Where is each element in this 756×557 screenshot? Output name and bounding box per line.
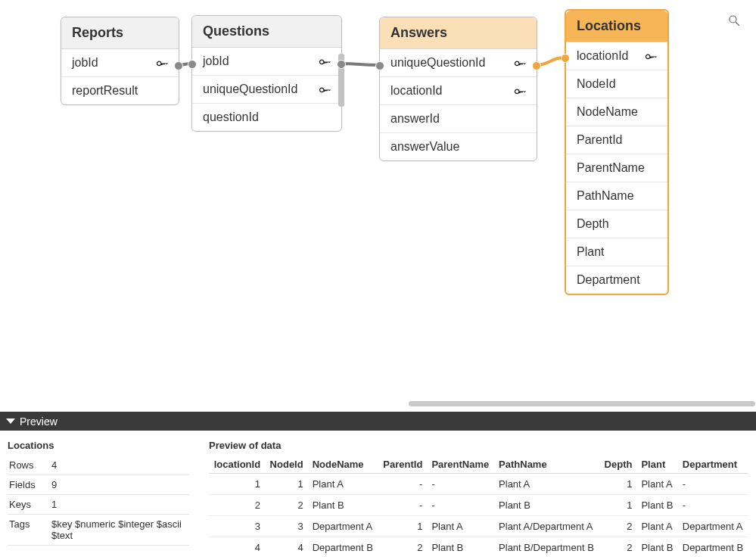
col-header[interactable]: Plant bbox=[636, 456, 677, 474]
key-icon bbox=[319, 83, 331, 95]
entity-field[interactable]: Depth bbox=[566, 210, 667, 238]
entity-field[interactable]: reportResult bbox=[61, 77, 179, 104]
entity-field[interactable]: answerValue bbox=[380, 133, 537, 160]
meta-key: Tags bbox=[9, 518, 51, 541]
entity-field[interactable]: locationId bbox=[566, 42, 667, 70]
meta-value: 1 bbox=[51, 499, 188, 510]
field-label: ParentName bbox=[577, 161, 657, 175]
horizontal-scrollbar-thumb[interactable] bbox=[409, 401, 755, 406]
table-cell: Department A bbox=[678, 516, 748, 537]
table-row[interactable]: 22Plant B--Plant B1Plant B- bbox=[209, 495, 748, 516]
meta-row-fields: Fields 9 bbox=[8, 475, 189, 495]
entity-field[interactable]: ParentId bbox=[566, 126, 667, 154]
field-label: Depth bbox=[577, 217, 657, 231]
key-icon bbox=[514, 85, 526, 97]
entity-header[interactable]: Answers bbox=[380, 17, 537, 49]
svg-point-0 bbox=[730, 16, 736, 23]
col-header[interactable]: ParentId bbox=[378, 456, 428, 474]
key-icon bbox=[514, 57, 526, 69]
entity-field[interactable]: answerId bbox=[380, 105, 537, 133]
connector-endpoint[interactable] bbox=[532, 61, 541, 70]
preview-label: Preview bbox=[20, 415, 58, 428]
table-cell: Plant A/Department A bbox=[494, 516, 599, 537]
model-canvas[interactable]: ReportsjobIdreportResultQuestionsjobIdun… bbox=[0, 0, 756, 405]
table-cell: - bbox=[378, 495, 428, 516]
col-header[interactable]: NodeName bbox=[308, 456, 378, 474]
entity-field[interactable]: questionId bbox=[192, 104, 341, 131]
table-cell: 4 bbox=[209, 537, 265, 558]
table-row[interactable]: 11Plant A--Plant A1Plant A- bbox=[209, 474, 748, 495]
col-header[interactable]: PathName bbox=[494, 456, 599, 474]
entity-field[interactable]: ParentName bbox=[566, 154, 667, 182]
connector-endpoint[interactable] bbox=[561, 54, 570, 63]
entity-questions[interactable]: QuestionsjobIduniqueQuestionIdquestionId bbox=[191, 15, 342, 132]
col-header[interactable]: Depth bbox=[599, 456, 636, 474]
table-cell: - bbox=[427, 474, 494, 495]
entity-reports[interactable]: ReportsjobIdreportResult bbox=[61, 17, 179, 105]
entity-locations[interactable]: LocationslocationIdNodeIdNodeNameParentI… bbox=[565, 9, 669, 295]
preview-panel: Locations Rows 4 Fields 9 Keys 1 Tags $k… bbox=[0, 431, 756, 557]
field-label: Plant bbox=[577, 245, 657, 259]
table-cell: Plant B bbox=[308, 495, 378, 516]
preview-section-header[interactable]: Preview bbox=[0, 412, 756, 431]
col-header[interactable]: locationId bbox=[209, 456, 265, 474]
connector-endpoint[interactable] bbox=[375, 61, 384, 70]
field-label: Department bbox=[577, 273, 657, 287]
entity-field[interactable]: uniqueQuestionId bbox=[380, 49, 537, 77]
meta-row-keys: Keys 1 bbox=[8, 495, 189, 515]
table-row[interactable]: 33Department A1Plant APlant A/Department… bbox=[209, 516, 748, 537]
connector-endpoint[interactable] bbox=[188, 60, 197, 69]
table-cell: Plant B bbox=[636, 537, 677, 558]
table-cell: Plant A bbox=[427, 516, 494, 537]
meta-row-tags: Tags $key $numeric $integer $ascii $text bbox=[8, 515, 189, 546]
preview-data-table: locationIdNodeIdNodeNameParentIdParentNa… bbox=[209, 456, 748, 557]
field-label: uniqueQuestionId bbox=[390, 56, 508, 70]
table-cell: - bbox=[427, 495, 494, 516]
preview-meta: Locations Rows 4 Fields 9 Keys 1 Tags $k… bbox=[8, 440, 189, 548]
entity-field[interactable]: jobId bbox=[61, 49, 179, 77]
table-cell: 2 bbox=[209, 495, 265, 516]
field-label: answerValue bbox=[390, 140, 526, 154]
table-cell: 1 bbox=[378, 516, 428, 537]
svg-line-1 bbox=[736, 22, 739, 26]
col-header[interactable]: ParentName bbox=[427, 456, 494, 474]
entity-field[interactable]: Plant bbox=[566, 238, 667, 266]
table-cell: 1 bbox=[209, 474, 265, 495]
entity-field[interactable]: NodeName bbox=[566, 98, 667, 126]
table-cell: 4 bbox=[265, 537, 308, 558]
table-row[interactable]: 44Department B2Plant BPlant B/Department… bbox=[209, 537, 748, 558]
col-header[interactable]: Department bbox=[678, 456, 748, 474]
key-icon bbox=[319, 55, 331, 67]
meta-value: 4 bbox=[51, 459, 188, 471]
table-cell: 2 bbox=[599, 537, 636, 558]
entity-header[interactable]: Reports bbox=[61, 17, 179, 49]
field-label: jobId bbox=[72, 56, 150, 70]
entity-field[interactable]: Department bbox=[566, 266, 667, 294]
table-cell: Plant B bbox=[636, 495, 677, 516]
connector-endpoint[interactable] bbox=[337, 60, 346, 69]
field-label: NodeName bbox=[577, 105, 657, 119]
field-label: locationId bbox=[577, 49, 639, 63]
field-label: questionId bbox=[203, 110, 331, 124]
table-cell: Plant A bbox=[494, 474, 599, 495]
table-cell: Department B bbox=[678, 537, 748, 558]
entity-field[interactable]: PathName bbox=[566, 182, 667, 210]
entity-field[interactable]: uniqueQuestionId bbox=[192, 76, 341, 104]
table-cell: 3 bbox=[265, 516, 308, 537]
entity-field[interactable]: jobId bbox=[192, 48, 341, 76]
entity-answers[interactable]: AnswersuniqueQuestionIdlocationIdanswerI… bbox=[379, 17, 537, 161]
table-cell: 1 bbox=[265, 474, 308, 495]
col-header[interactable]: NodeId bbox=[265, 456, 308, 474]
key-icon bbox=[156, 57, 168, 69]
entity-field[interactable]: NodeId bbox=[566, 70, 667, 98]
search-icon[interactable] bbox=[727, 14, 741, 30]
table-cell: Plant B bbox=[494, 495, 599, 516]
preview-data-title: Preview of data bbox=[209, 440, 748, 451]
connector-endpoint[interactable] bbox=[174, 61, 183, 70]
table-cell: 1 bbox=[599, 495, 636, 516]
table-cell: Department B bbox=[308, 537, 378, 558]
entity-header[interactable]: Locations bbox=[566, 11, 667, 42]
entity-header[interactable]: Questions bbox=[192, 16, 341, 48]
disclosure-triangle-icon bbox=[6, 419, 15, 424]
entity-field[interactable]: locationId bbox=[380, 77, 537, 105]
